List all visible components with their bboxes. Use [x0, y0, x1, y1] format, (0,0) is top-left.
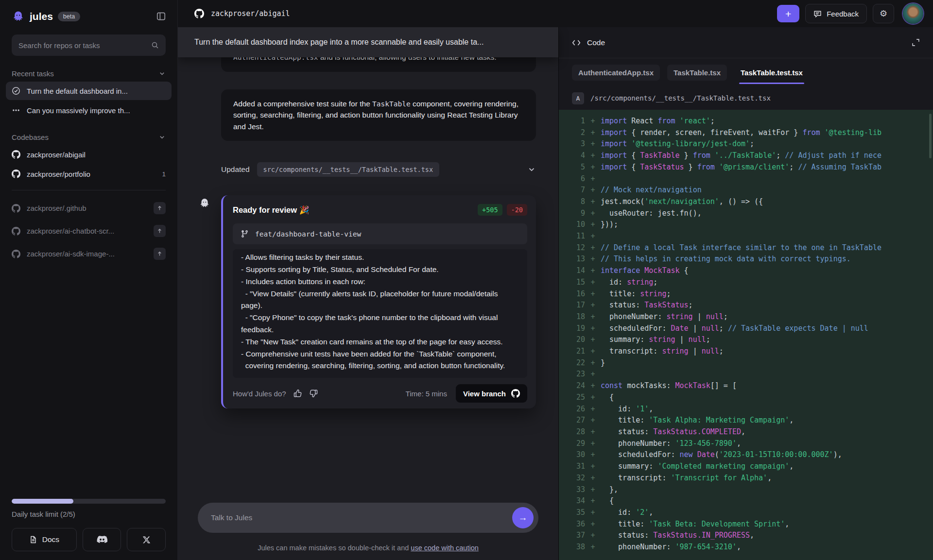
- code-text: transcript: 'Transcript for Alpha',: [601, 473, 933, 484]
- scrollbar-thumb[interactable]: [929, 114, 932, 158]
- code-line: 9+useRouter: jest.fn(),: [559, 208, 933, 220]
- daily-limit-progress: [12, 499, 166, 504]
- line-number: 9: [559, 208, 585, 220]
- diff-added-marker: +: [585, 150, 601, 162]
- line-number: 28: [559, 426, 585, 438]
- line-number: 2: [559, 127, 585, 139]
- upgrade-arrow-icon[interactable]: [154, 248, 166, 260]
- line-number: 6: [559, 173, 585, 185]
- docs-label: Docs: [42, 535, 59, 544]
- line-number: 8: [559, 196, 585, 208]
- new-task-button[interactable]: +: [777, 5, 799, 22]
- search-input[interactable]: [18, 41, 147, 50]
- code-line: 4+import { TaskTable } from '../TaskTabl…: [559, 150, 933, 162]
- updated-file-row: Updated src/components/__tests__/TaskTab…: [221, 162, 536, 177]
- repo-header: zackproser/abigail: [194, 9, 290, 18]
- github-icon: [511, 389, 520, 398]
- x-twitter-button[interactable]: [127, 528, 166, 551]
- line-number: 32: [559, 473, 585, 484]
- line-number: 15: [559, 277, 585, 288]
- search-box: [12, 34, 166, 56]
- chevron-down-icon[interactable]: [527, 165, 536, 174]
- expand-icon[interactable]: [912, 38, 920, 47]
- composer: →: [198, 503, 538, 533]
- composer-input[interactable]: [211, 513, 512, 522]
- code-text: transcript: string | null;: [601, 346, 933, 357]
- task-panel: Turn the default dashboard index page in…: [178, 27, 558, 560]
- send-button[interactable]: →: [512, 507, 534, 528]
- top-bar-actions: + Feedback ⚙: [777, 3, 923, 24]
- code-line: 35+id: '2',: [559, 507, 933, 519]
- line-number: 20: [559, 334, 585, 346]
- code-line: 36+title: 'Task Beta: Development Sprint…: [559, 519, 933, 530]
- code-line: 5+import { TaskStatus } from '@prisma/cl…: [559, 162, 933, 173]
- code-text: // This helps in creating mock data with…: [601, 254, 933, 265]
- line-number: 4: [559, 150, 585, 162]
- review-card-footer: How'd Jules do? Time: 5 mins: [233, 384, 527, 403]
- code-line: 15+id: string;: [559, 277, 933, 288]
- sidebar-codebase-inactive-1[interactable]: zackproser/ai-chatbot-scr...: [6, 220, 172, 242]
- diff-added-marker: +: [585, 208, 601, 220]
- gear-icon: ⚙: [880, 8, 887, 19]
- user-avatar[interactable]: [903, 3, 923, 24]
- code-line: 24+const mockTasks: MockTask[] = [: [559, 380, 933, 392]
- line-number: 22: [559, 357, 585, 369]
- task-title-bar[interactable]: Turn the default dashboard index page in…: [178, 27, 558, 57]
- code-line: 23+: [559, 369, 933, 380]
- code-text: id: '1',: [601, 404, 933, 415]
- recent-tasks-header[interactable]: Recent tasks: [12, 69, 166, 78]
- diff-added-marker: +: [585, 380, 601, 392]
- upgrade-arrow-icon[interactable]: [154, 202, 166, 214]
- collapse-sidebar-icon[interactable]: [156, 12, 166, 21]
- upgrade-arrow-icon[interactable]: [154, 225, 166, 237]
- file-tab-1[interactable]: TaskTable.tsx: [667, 65, 727, 81]
- review-card: Ready for review 🎉 +505 -20 feat/dashboa…: [221, 195, 536, 408]
- code-line: 26+id: '1',: [559, 404, 933, 415]
- thumbs-up-icon[interactable]: [293, 389, 302, 398]
- sidebar-codebase-0[interactable]: zackproser/abigail: [6, 145, 172, 164]
- code-text: [601, 173, 933, 185]
- diff-added-marker: +: [585, 438, 601, 450]
- jules-avatar-icon: [199, 197, 210, 211]
- code-line: 19+scheduledFor: Date | null; // TaskTab…: [559, 323, 933, 335]
- line-number: 26: [559, 404, 585, 415]
- diff-added-marker: +: [585, 138, 601, 150]
- view-branch-button[interactable]: View branch: [456, 384, 527, 403]
- thumbs-down-icon[interactable]: [310, 389, 318, 398]
- sidebar-recent-task-1[interactable]: Can you massively improve th...: [6, 101, 172, 119]
- file-path: /src/components/__tests__/TaskTable.test…: [590, 94, 771, 102]
- file-tab-2[interactable]: TaskTable.test.tsx: [734, 65, 809, 81]
- line-number: 13: [559, 254, 585, 265]
- review-body-panel[interactable]: - Allows filtering tasks by their status…: [233, 249, 527, 378]
- sidebar-codebase-inactive-2[interactable]: zackproser/ai-sdk-image-...: [6, 243, 172, 265]
- daily-limit-label: Daily task limit (2/5): [12, 510, 166, 518]
- branch-bar[interactable]: feat/dashboard-table-view: [233, 223, 527, 244]
- code-text: phoneNumber: string | null;: [601, 311, 933, 323]
- github-icon: [12, 250, 20, 258]
- line-number: 37: [559, 530, 585, 542]
- github-icon: [12, 170, 20, 178]
- code-text: {: [601, 495, 933, 507]
- sidebar-codebase-1[interactable]: zackproser/portfolio1: [6, 165, 172, 183]
- file-status-badge: A: [572, 92, 584, 104]
- review-body-text: - Allows filtering tasks by their status…: [241, 252, 519, 372]
- settings-button[interactable]: ⚙: [873, 4, 894, 23]
- updated-file-chip[interactable]: src/components/__tests__/TaskTable.test.…: [257, 162, 440, 177]
- feedback-icon: [813, 10, 822, 18]
- file-tab-0[interactable]: AuthenticatedApp.tsx: [572, 65, 660, 81]
- jules-app: jules beta Recent tasks Turn the default…: [0, 0, 933, 560]
- discord-button[interactable]: [83, 528, 121, 551]
- codebases-header[interactable]: Codebases: [12, 133, 166, 141]
- code-editor[interactable]: 1+import React from 'react';2+import { r…: [559, 110, 933, 560]
- recent-tasks-label: Recent tasks: [12, 69, 54, 78]
- chat-scroll-area[interactable]: AuthenticatedApp.tsx and is functional, …: [178, 57, 558, 560]
- feedback-button[interactable]: Feedback: [805, 4, 867, 23]
- sidebar-codebase-inactive-0[interactable]: zackproser/.github: [6, 197, 172, 219]
- code-text: status: TaskStatus.COMPLETED,: [601, 426, 933, 438]
- diff-added-marker: +: [585, 265, 601, 277]
- diff-added-marker: +: [585, 300, 601, 311]
- sidebar-recent-task-0[interactable]: Turn the default dashboard in...: [6, 82, 172, 100]
- top-bar: zackproser/abigail + Feedback ⚙: [178, 0, 933, 27]
- use-code-with-caution-link[interactable]: use code with caution: [411, 544, 478, 552]
- docs-button[interactable]: Docs: [12, 528, 77, 551]
